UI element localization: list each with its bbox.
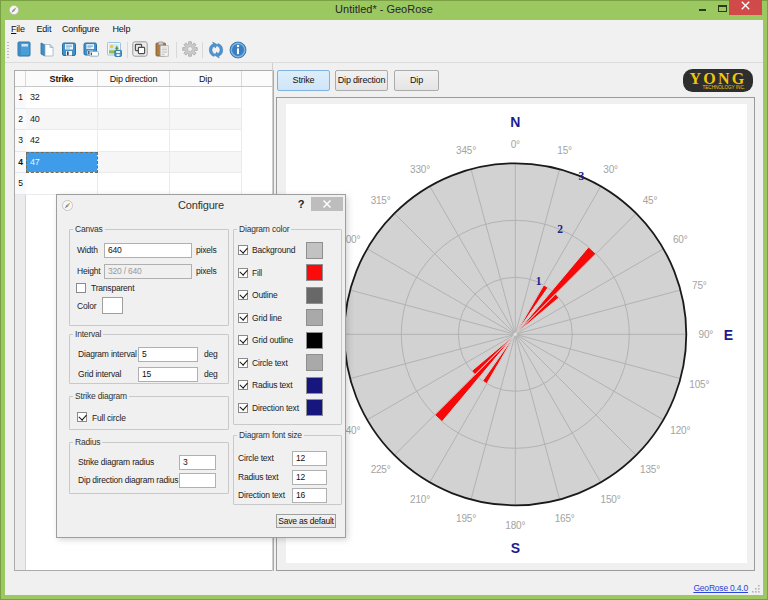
group-font-size-label: Diagram font size bbox=[237, 430, 304, 440]
group-radius-label: Radius bbox=[73, 437, 102, 447]
menu-file[interactable]: File bbox=[11, 20, 25, 39]
font-direction-text-input[interactable]: 16 bbox=[292, 488, 327, 503]
diagram-interval-unit: deg bbox=[204, 349, 218, 359]
font-circle-text-input[interactable]: 12 bbox=[292, 451, 327, 466]
cell-r5c2[interactable] bbox=[170, 173, 242, 195]
color-grid-outline-swatch[interactable] bbox=[306, 332, 323, 349]
cell-r3c1[interactable] bbox=[98, 130, 170, 152]
row-header-2[interactable]: 2 bbox=[15, 109, 26, 131]
color-direction-text-checkbox[interactable] bbox=[238, 403, 248, 413]
color-fill-swatch[interactable] bbox=[306, 264, 323, 281]
cell-r4c1[interactable] bbox=[98, 152, 170, 174]
toolbar-settings-button[interactable] bbox=[180, 39, 200, 59]
toolbar-save-as-button[interactable] bbox=[81, 39, 101, 59]
color-circle-text-checkbox[interactable] bbox=[238, 358, 248, 368]
dialog-title-bar: Configure ? bbox=[57, 195, 345, 217]
strike-radius-input[interactable]: 3 bbox=[179, 455, 216, 470]
compass-label-E: E bbox=[724, 327, 733, 343]
compass-label-S: S bbox=[511, 540, 520, 556]
cell-r2c0[interactable]: 40 bbox=[26, 109, 98, 131]
color-grid-line-swatch[interactable] bbox=[306, 309, 323, 326]
save-as-default-button[interactable]: Save as default bbox=[276, 514, 336, 528]
toolbar-paste-button[interactable] bbox=[152, 39, 172, 59]
column-header-dip-direction[interactable]: Dip direction bbox=[98, 71, 170, 86]
cell-r4c2[interactable] bbox=[170, 152, 242, 174]
view-button-dip[interactable]: Dip bbox=[394, 70, 439, 91]
color-radius-text-label: Radius text bbox=[252, 380, 292, 390]
georose-version-link[interactable]: GeoRose 0.4.0 bbox=[693, 583, 748, 593]
color-fill-checkbox[interactable] bbox=[238, 268, 248, 278]
canvas-transparent-checkbox[interactable] bbox=[76, 283, 86, 293]
cell-r3c2[interactable] bbox=[170, 130, 242, 152]
color-background-checkbox[interactable] bbox=[238, 245, 248, 255]
row-header-4[interactable]: 4 bbox=[15, 152, 26, 174]
color-direction-text-swatch[interactable] bbox=[306, 399, 323, 416]
dip-radius-input[interactable] bbox=[179, 473, 216, 488]
color-radius-text-checkbox[interactable] bbox=[238, 380, 248, 390]
view-button-strike[interactable]: Strike bbox=[277, 70, 330, 91]
diagram-interval-input[interactable]: 5 bbox=[138, 347, 198, 362]
grid-interval-label: Grid interval bbox=[78, 369, 121, 379]
color-radius-text-swatch[interactable] bbox=[306, 377, 323, 394]
toolbar-separator bbox=[202, 42, 203, 58]
toolbar-save-button[interactable] bbox=[59, 39, 79, 59]
cell-r1c2[interactable] bbox=[170, 87, 242, 109]
degree-label-45: 45° bbox=[643, 195, 658, 206]
group-interval-label: Interval bbox=[73, 329, 103, 339]
toolbar-new-project-button[interactable] bbox=[14, 39, 34, 59]
font-direction-text-label: Direction text bbox=[238, 490, 285, 500]
menu-edit[interactable]: Edit bbox=[37, 20, 52, 39]
canvas-width-input[interactable]: 640 bbox=[104, 243, 192, 258]
toolbar-separator bbox=[127, 42, 128, 58]
color-outline-swatch[interactable] bbox=[306, 287, 323, 304]
color-outline-checkbox[interactable] bbox=[238, 290, 248, 300]
table-row bbox=[26, 173, 242, 195]
dialog-close-button[interactable] bbox=[311, 197, 343, 211]
cell-r5c0[interactable] bbox=[26, 173, 98, 195]
row-header-5[interactable]: 5 bbox=[15, 173, 26, 195]
menu-help[interactable]: Help bbox=[113, 20, 131, 39]
cell-r4c0[interactable]: 47 bbox=[26, 152, 98, 174]
row-header-3[interactable]: 3 bbox=[15, 130, 26, 152]
cell-r2c2[interactable] bbox=[170, 109, 242, 131]
group-diagram-color: Diagram color bbox=[233, 229, 342, 425]
minimize-button[interactable] bbox=[691, 0, 713, 14]
canvas-color-swatch[interactable] bbox=[102, 297, 123, 314]
canvas-height-input[interactable]: 320 / 640 bbox=[104, 264, 192, 279]
column-header-strike[interactable]: Strike bbox=[26, 71, 98, 86]
degree-label-225: 225° bbox=[371, 464, 391, 475]
degree-label-15: 15° bbox=[557, 145, 572, 156]
cell-r3c0[interactable]: 42 bbox=[26, 130, 98, 152]
cell-r5c1[interactable] bbox=[98, 173, 170, 195]
dialog-help-button[interactable]: ? bbox=[293, 198, 309, 214]
column-header-dip[interactable]: Dip bbox=[170, 71, 242, 86]
strike-radius-label: Strike diagram radius bbox=[78, 457, 154, 467]
full-circle-checkbox[interactable] bbox=[77, 412, 87, 422]
font-radius-text-input[interactable]: 12 bbox=[292, 470, 327, 485]
toolbar-about-button[interactable] bbox=[227, 39, 247, 59]
close-button[interactable] bbox=[729, 0, 762, 15]
cell-r2c1[interactable] bbox=[98, 109, 170, 131]
close-icon bbox=[741, 1, 750, 10]
degree-label-165: 165° bbox=[555, 513, 575, 524]
color-background-swatch[interactable] bbox=[306, 242, 323, 259]
ring-label-2: 2 bbox=[557, 223, 563, 235]
font-radius-text-label: Radius text bbox=[238, 472, 278, 482]
cell-r1c1[interactable] bbox=[98, 87, 170, 109]
toolbar-export-image-button[interactable] bbox=[104, 39, 124, 59]
toolbar-open-file-button[interactable] bbox=[37, 39, 57, 59]
color-grid-line-checkbox[interactable] bbox=[238, 313, 248, 323]
toolbar-grip bbox=[7, 42, 9, 59]
color-grid-outline-checkbox[interactable] bbox=[238, 335, 248, 345]
grid-interval-input[interactable]: 15 bbox=[138, 367, 198, 382]
toolbar-copy-button[interactable] bbox=[130, 39, 150, 59]
resize-grip[interactable] bbox=[752, 585, 760, 593]
cell-r1c0[interactable]: 32 bbox=[26, 87, 98, 109]
degree-label-90: 90° bbox=[699, 329, 714, 340]
color-circle-text-swatch[interactable] bbox=[306, 354, 323, 371]
toolbar-refresh-button[interactable] bbox=[205, 39, 225, 59]
row-header-1[interactable]: 1 bbox=[15, 87, 26, 109]
table-corner[interactable] bbox=[15, 71, 26, 86]
menu-configure[interactable]: Configure bbox=[62, 20, 99, 39]
view-button-dip-direction[interactable]: Dip direction bbox=[335, 70, 388, 91]
